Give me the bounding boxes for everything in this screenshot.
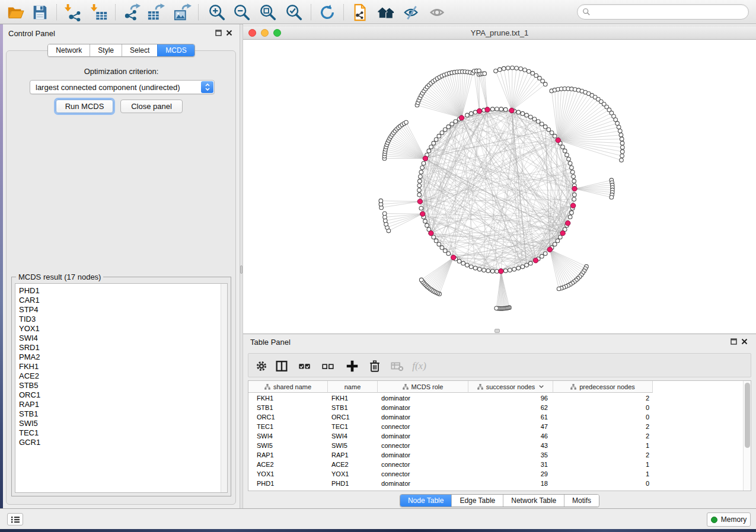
tab-motifs[interactable]: Motifs <box>564 495 599 507</box>
column-header-name[interactable]: name <box>328 381 378 393</box>
cell-mcds_role: dominator <box>381 412 410 422</box>
mcds-result-item[interactable]: ORC1 <box>15 390 221 400</box>
table-row[interactable]: PHD1PHD1dominator180 <box>248 479 664 488</box>
mcds-result-item[interactable]: PHD1 <box>15 286 221 296</box>
tab-node-table[interactable]: Node Table <box>400 495 452 507</box>
float-table-panel-icon[interactable] <box>731 338 737 345</box>
cell-name: SWI5 <box>331 441 347 450</box>
table-tabs: Node TableEdge TableNetwork TableMotifs <box>400 494 599 507</box>
result-list-scrollbar[interactable] <box>221 284 227 492</box>
table-settings-icon[interactable] <box>253 358 270 374</box>
tab-network-table[interactable]: Network Table <box>503 495 564 507</box>
tab-style[interactable]: Style <box>90 44 122 56</box>
table-row[interactable]: ACE2ACE2connector311 <box>248 460 664 469</box>
mcds-result-item[interactable]: SWI5 <box>15 419 221 428</box>
cell-successor_nodes: 46 <box>512 431 548 441</box>
float-panel-icon[interactable] <box>215 30 222 36</box>
mcds-result-item[interactable]: STP4 <box>15 305 221 315</box>
status-bar: Memory <box>0 508 756 529</box>
column-header-successor-nodes[interactable]: successor nodes <box>468 381 553 393</box>
splitter-grip[interactable] <box>240 265 243 274</box>
mcds-result-item[interactable]: GCR1 <box>15 438 221 447</box>
cell-successor_nodes: 18 <box>512 479 548 488</box>
table-row[interactable]: FKH1FKH1dominator962 <box>248 393 664 403</box>
select-all-rows-icon[interactable] <box>296 358 313 374</box>
table-row[interactable]: RAP1RAP1dominator352 <box>248 450 664 460</box>
close-panel-icon[interactable] <box>226 30 232 36</box>
tab-edge-table[interactable]: Edge Table <box>451 495 503 507</box>
new-network-from-selection-icon[interactable] <box>350 2 371 23</box>
task-history-button[interactable] <box>7 513 23 525</box>
zoom-selected-icon[interactable] <box>283 2 305 23</box>
mcds-result-item[interactable]: STB1 <box>15 409 221 419</box>
cell-successor_nodes: 43 <box>512 441 548 450</box>
table-row[interactable]: TEC1TEC1connector472 <box>248 422 664 431</box>
mcds-result-item[interactable]: FKH1 <box>15 362 221 371</box>
mcds-result-item[interactable]: CAR1 <box>15 296 221 305</box>
mcds-result-item[interactable]: TID3 <box>15 315 221 324</box>
column-header-MCDS-role[interactable]: MCDS role <box>378 381 468 393</box>
delete-table-icon <box>389 358 406 374</box>
table-row[interactable]: SWI5SWI5connector431 <box>248 441 664 450</box>
open-file-icon[interactable] <box>5 2 26 23</box>
cell-successor_nodes: 31 <box>512 460 548 469</box>
zoom-in-icon[interactable] <box>206 2 228 23</box>
memory-button[interactable]: Memory <box>707 512 751 527</box>
column-header-predecessor-nodes[interactable]: predecessor nodes <box>553 381 653 393</box>
tab-select[interactable]: Select <box>122 44 157 56</box>
tab-mcds[interactable]: MCDS <box>157 44 194 56</box>
column-header-shared-name[interactable]: shared name <box>248 381 328 393</box>
network-window-titlebar[interactable]: YPA_prune.txt_1 <box>243 25 756 40</box>
function-builder-icon: f(x) <box>411 358 428 374</box>
import-network-icon[interactable] <box>62 2 84 23</box>
close-table-panel-icon[interactable] <box>741 338 748 345</box>
first-neighbors-icon[interactable] <box>375 2 397 23</box>
mcds-result-item[interactable]: ACE2 <box>15 371 221 381</box>
toggle-columns-icon[interactable] <box>273 358 290 374</box>
add-column-icon[interactable] <box>344 358 361 374</box>
mcds-result-item[interactable]: SWI4 <box>15 334 221 343</box>
zoom-out-icon[interactable] <box>231 2 253 23</box>
import-table-icon[interactable] <box>88 2 110 23</box>
show-all-icon[interactable] <box>427 2 448 23</box>
table-row[interactable]: YOX1YOX1connector291 <box>248 469 664 479</box>
apply-layout-icon[interactable] <box>317 2 338 23</box>
mcds-result-item[interactable]: STB5 <box>15 381 221 390</box>
cell-successor_nodes: 35 <box>512 450 548 460</box>
export-network-icon[interactable] <box>122 2 143 23</box>
mcds-result-item[interactable]: TEC1 <box>15 428 221 438</box>
tab-network[interactable]: Network <box>48 44 90 56</box>
cell-predecessor_nodes: 2 <box>614 431 649 441</box>
save-session-icon[interactable] <box>29 2 50 23</box>
zoom-fit-icon[interactable] <box>257 2 279 23</box>
network-canvas[interactable] <box>243 40 756 334</box>
mcds-result-item[interactable]: SRD1 <box>15 343 221 352</box>
mcds-result-item[interactable]: YOX1 <box>15 324 221 334</box>
mcds-result-item[interactable]: RAP1 <box>15 400 221 409</box>
optimization-criterion-select[interactable]: largest connected component (undirected) <box>30 80 215 94</box>
cell-name: SWI4 <box>331 431 347 441</box>
deselect-all-rows-icon[interactable] <box>320 358 336 374</box>
mcds-result-title: MCDS result (17 nodes) <box>16 273 103 281</box>
search-input[interactable] <box>593 6 748 18</box>
close-panel-button[interactable]: Close panel <box>120 100 183 113</box>
table-row[interactable]: ORC1ORC1dominator610 <box>248 412 664 422</box>
hide-selection-icon[interactable] <box>401 2 422 23</box>
table-row[interactable]: SWI4SWI4dominator462 <box>248 431 664 441</box>
delete-column-icon[interactable] <box>366 358 383 374</box>
export-table-icon[interactable] <box>145 2 167 23</box>
mcds-result-item[interactable]: PMA2 <box>15 352 221 362</box>
optimization-criterion-label: Optimization criterion: <box>3 67 240 76</box>
table-scrollbar-thumb[interactable] <box>745 383 750 448</box>
table-row[interactable]: STB1STB1dominator620 <box>248 403 664 412</box>
run-mcds-button[interactable]: Run MCDS <box>56 100 113 113</box>
export-image-icon[interactable] <box>172 2 193 23</box>
search-box[interactable] <box>577 4 749 20</box>
horizontal-splitter-grip[interactable] <box>495 329 500 333</box>
table-scrollbar[interactable] <box>743 381 751 491</box>
cell-predecessor_nodes: 2 <box>614 393 649 403</box>
main-toolbar <box>0 0 756 24</box>
table-panel: Table Panel f(x) shared namenameMCDS rol… <box>243 334 756 508</box>
network-graph <box>243 40 756 333</box>
memory-label: Memory <box>721 515 747 524</box>
